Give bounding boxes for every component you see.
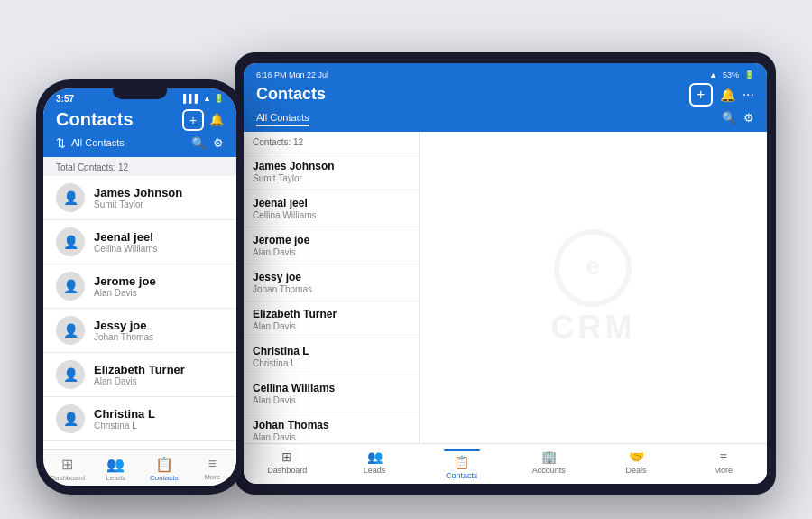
phone-contact-info: Jessy joe Johan Thomas: [94, 319, 224, 342]
phone-contact-item[interactable]: 👤 Christina L Christina L: [43, 397, 236, 441]
tablet-nav-accounts[interactable]: 🏢 Accounts: [505, 449, 593, 480]
contacts-icon: 📋: [454, 455, 469, 469]
phone-battery-icon: 🔋: [214, 94, 224, 103]
tablet-bell-icon[interactable]: 🔔: [720, 88, 735, 102]
tablet-time: 6:16 PM Mon 22 Jul: [256, 70, 328, 79]
phone-contact-info: Jerome joe Alan Davis: [94, 274, 224, 298]
tablet-nav-accounts-label: Accounts: [532, 466, 566, 475]
phone-add-button[interactable]: +: [182, 109, 204, 131]
phone-status-icons: ▌▌▌ ▲ 🔋: [183, 94, 224, 103]
phone-more-icon: ≡: [208, 456, 217, 472]
phone-contact-item[interactable]: 👤 Cellina Williams Alan Davis + Contact: [43, 441, 236, 449]
scene: 6:16 PM Mon 22 Jul ▲ 53% 🔋 Contacts + 🔔 …: [18, 16, 794, 504]
tablet-nav-more-label: More: [714, 466, 733, 475]
phone-contact-item[interactable]: 👤 James Johnson Sumit Taylor: [43, 176, 236, 220]
phone-sub-bar: ⇅ All Contacts 🔍 ⚙: [56, 136, 224, 150]
tablet-title-row: Contacts + 🔔 ···: [256, 83, 754, 107]
tablet-contact-list: Contacts: 12 James Johnson Sumit Taylor …: [244, 132, 420, 443]
avatar: 👤: [56, 404, 85, 433]
tablet-list-header: Contacts: 12: [244, 132, 419, 153]
tablet-contact-item[interactable]: Johan Thomas Alan Davis: [244, 412, 419, 443]
phone-contact-info: James Johnson Sumit Taylor: [94, 186, 224, 209]
tablet-nav-more[interactable]: ≡ More: [679, 449, 767, 480]
crm-logo-icon: e: [552, 227, 633, 309]
phone-filter-icon[interactable]: ⚙: [213, 136, 224, 150]
phone-bottom-nav: ⊞ Dashboard 👥 Leads 📋 Contacts ≡ More: [43, 449, 236, 486]
tablet-contact-item[interactable]: Jerome joe Alan Davis: [244, 227, 419, 264]
tablet-status-bar: 6:16 PM Mon 22 Jul ▲ 53% 🔋: [256, 70, 754, 79]
phone-nav-dashboard[interactable]: ⊞ Dashboard: [43, 456, 92, 482]
phone-dashboard-icon: ⊞: [61, 456, 73, 473]
phone-search-icon[interactable]: 🔍: [191, 136, 206, 150]
phone-nav-contacts[interactable]: 📋 Contacts: [140, 456, 189, 482]
leads-icon: 👥: [367, 449, 383, 464]
phone-contact-item[interactable]: 👤 Jerome joe Alan Davis: [43, 264, 236, 309]
tablet-search-filter: 🔍 ⚙: [722, 111, 754, 125]
phone-sub-right: 🔍 ⚙: [191, 136, 224, 150]
tablet-nav-deals[interactable]: 🤝 Deals: [593, 449, 680, 480]
tablet-tab-all-contacts[interactable]: All Contacts: [256, 110, 309, 126]
phone-contact-item[interactable]: 👤 Elizabeth Turner Alan Davis: [43, 353, 236, 397]
phone-title: Contacts: [56, 109, 134, 130]
tablet-wifi-icon: ▲: [709, 70, 717, 79]
avatar: 👤: [56, 183, 85, 212]
phone-nav-dashboard-label: Dashboard: [50, 474, 85, 482]
tablet-title: Contacts: [256, 85, 326, 104]
tablet-contact-item[interactable]: James Johnson Sumit Taylor: [244, 153, 419, 190]
phone-nav-more[interactable]: ≡ More: [189, 456, 237, 482]
tablet-contact-item[interactable]: Jessy joe Johan Thomas: [244, 264, 419, 301]
more-icon: ≡: [720, 449, 727, 464]
tablet-nav-contacts[interactable]: 📋 Contacts: [418, 449, 505, 480]
phone-contact-info: Elizabeth Turner Alan Davis: [94, 363, 224, 386]
svg-text:e: e: [586, 252, 601, 280]
tablet-nav-contacts-label: Contacts: [446, 471, 478, 480]
phone-sub-left: ⇅ All Contacts: [56, 136, 125, 150]
tablet-filter-icon[interactable]: ⚙: [743, 111, 754, 125]
phone-nav-leads[interactable]: 👥 Leads: [92, 456, 141, 482]
tablet-nav-dashboard-label: Dashboard: [267, 466, 307, 475]
phone-contacts-icon: 📋: [155, 456, 173, 473]
tablet-add-button[interactable]: +: [689, 83, 713, 107]
dashboard-icon: ⊞: [281, 449, 292, 464]
phone-header-icons: + 🔔: [182, 109, 224, 131]
tablet-nav-leads[interactable]: 👥 Leads: [331, 449, 419, 480]
tablet-body: Contacts: 12 James Johnson Sumit Taylor …: [244, 132, 767, 443]
phone-wifi-icon: ▲: [203, 94, 211, 103]
phone-time: 3:57: [56, 94, 74, 104]
phone-sort-icon[interactable]: ⇅: [56, 136, 66, 150]
accounts-icon: 🏢: [541, 449, 557, 464]
crm-watermark: e CRM: [551, 227, 636, 347]
tablet-screen: 6:16 PM Mon 22 Jul ▲ 53% 🔋 Contacts + 🔔 …: [244, 63, 767, 484]
tablet-contact-item[interactable]: Elizabeth Turner Alan Davis: [244, 301, 419, 338]
phone-signal-icon: ▌▌▌: [183, 94, 200, 103]
tablet-contact-item[interactable]: Cellina Williams Alan Davis: [244, 375, 419, 412]
phone-contact-info: Christina L Christina L: [94, 407, 224, 431]
avatar: 👤: [56, 272, 85, 301]
avatar: 👤: [56, 360, 85, 389]
tablet-contact-item[interactable]: Jeenal jeel Cellina Williams: [244, 190, 419, 227]
phone-device: 3:57 ▌▌▌ ▲ 🔋 Contacts + 🔔: [36, 79, 244, 495]
phone-all-contacts-label[interactable]: All Contacts: [71, 137, 125, 148]
tablet-battery: 53%: [723, 70, 739, 79]
tablet-header: 6:16 PM Mon 22 Jul ▲ 53% 🔋 Contacts + 🔔 …: [244, 63, 767, 132]
phone-body: Total Contacts: 12 👤 James Johnson Sumit…: [43, 157, 236, 449]
tablet-contact-item[interactable]: Christina L Christina L: [244, 338, 419, 375]
tablet-device: 6:16 PM Mon 22 Jul ▲ 53% 🔋 Contacts + 🔔 …: [235, 52, 776, 495]
phone-bell-icon[interactable]: 🔔: [209, 113, 224, 126]
phone-total-contacts: Total Contacts: 12: [43, 157, 236, 176]
deals-icon: 🤝: [629, 449, 644, 464]
phone-screen: 3:57 ▌▌▌ ▲ 🔋 Contacts + 🔔: [43, 88, 236, 486]
phone-nav-more-label: More: [204, 473, 220, 481]
phone-nav-leads-label: Leads: [106, 474, 125, 482]
tablet-nav-leads-label: Leads: [364, 466, 386, 475]
phone-title-row: Contacts + 🔔: [56, 109, 224, 131]
avatar: 👤: [56, 227, 85, 256]
tablet-dots-icon[interactable]: ···: [743, 87, 754, 103]
phone-contact-item[interactable]: 👤 Jeenal jeel Cellina Williams: [43, 220, 236, 264]
tablet-search-icon[interactable]: 🔍: [722, 111, 736, 125]
phone-notch: [113, 88, 167, 99]
tablet-header-icons: + 🔔 ···: [689, 83, 754, 107]
phone-contact-item[interactable]: 👤 Jessy joe Johan Thomas: [43, 309, 236, 353]
tablet-nav-dashboard[interactable]: ⊞ Dashboard: [244, 449, 331, 480]
phone-leads-icon: 👥: [106, 456, 125, 473]
